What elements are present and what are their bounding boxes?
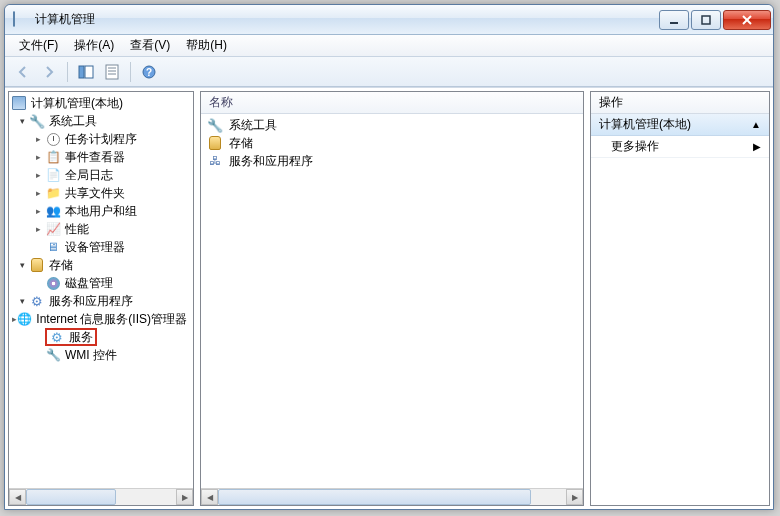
svg-rect-4 <box>79 66 84 78</box>
tree-wmi[interactable]: 🔧 WMI 控件 <box>9 346 193 364</box>
toolbar-separator <box>130 62 131 82</box>
tree-users[interactable]: 👥 本地用户和组 <box>9 202 193 220</box>
clock-icon <box>45 131 61 147</box>
list-pane: 名称 🔧 系统工具 存储 🖧 服务和应用程序 ◀ ▶ <box>200 91 584 506</box>
submenu-arrow-icon: ▶ <box>753 141 761 152</box>
nav-forward-button[interactable] <box>37 60 61 84</box>
tree-services-apps-label: 服务和应用程序 <box>49 293 133 310</box>
tree-wmi-label: WMI 控件 <box>65 347 117 364</box>
list-item-label: 系统工具 <box>229 117 277 134</box>
app-icon <box>13 12 29 28</box>
toolbar-separator <box>67 62 68 82</box>
wmi-icon: 🔧 <box>45 347 61 363</box>
tree-storage[interactable]: 存储 <box>9 256 193 274</box>
window-title: 计算机管理 <box>35 11 657 28</box>
actions-more-label: 更多操作 <box>611 138 659 155</box>
tree-shared-label: 共享文件夹 <box>65 185 125 202</box>
svg-rect-5 <box>85 66 93 78</box>
actions-section[interactable]: 计算机管理(本地) ▲ <box>591 114 769 136</box>
tree-storage-label: 存储 <box>49 257 73 274</box>
list-hscrollbar[interactable]: ◀ ▶ <box>201 488 583 505</box>
titlebar[interactable]: 计算机管理 <box>5 5 773 35</box>
event-icon: 📋 <box>45 149 61 165</box>
highlight-box: ⚙ 服务 <box>45 328 97 346</box>
list-item[interactable]: 🖧 服务和应用程序 <box>201 152 583 170</box>
tree-services[interactable]: ⚙ 服务 <box>9 328 193 346</box>
actions-section-label: 计算机管理(本地) <box>599 116 691 133</box>
tree-hscrollbar[interactable]: ◀ ▶ <box>9 488 193 505</box>
menu-file[interactable]: 文件(F) <box>11 35 66 56</box>
storage-icon <box>29 257 45 273</box>
scroll-right-arrow[interactable]: ▶ <box>566 489 583 505</box>
column-name-label: 名称 <box>209 94 233 111</box>
tree-pane: 计算机管理(本地) 🔧 系统工具 任务计划程序 📋 事件查看器 <box>8 91 194 506</box>
tree-scheduler-label: 任务计划程序 <box>65 131 137 148</box>
actions-pane-header: 操作 <box>591 92 769 114</box>
tree-systools[interactable]: 🔧 系统工具 <box>9 112 193 130</box>
menubar: 文件(F) 操作(A) 查看(V) 帮助(H) <box>5 35 773 57</box>
actions-header-label: 操作 <box>599 94 623 111</box>
show-hide-tree-button[interactable] <box>74 60 98 84</box>
client-area: 计算机管理(本地) 🔧 系统工具 任务计划程序 📋 事件查看器 <box>5 87 773 509</box>
users-icon: 👥 <box>45 203 61 219</box>
tree-perf[interactable]: 📈 性能 <box>9 220 193 238</box>
wrench-icon: 🔧 <box>207 117 223 133</box>
tree-logs-label: 全局日志 <box>65 167 113 184</box>
svg-rect-6 <box>106 65 118 79</box>
iis-icon: 🌐 <box>17 311 32 327</box>
maximize-button[interactable] <box>691 10 721 30</box>
list-item[interactable]: 🔧 系统工具 <box>201 116 583 134</box>
tree-shared[interactable]: 📁 共享文件夹 <box>9 184 193 202</box>
tree-diskmgmt[interactable]: 磁盘管理 <box>9 274 193 292</box>
tree-scheduler[interactable]: 任务计划程序 <box>9 130 193 148</box>
list-item-label: 存储 <box>229 135 253 152</box>
tree-diskmgmt-label: 磁盘管理 <box>65 275 113 292</box>
gear-icon: ⚙ <box>29 293 45 309</box>
tree-view[interactable]: 计算机管理(本地) 🔧 系统工具 任务计划程序 📋 事件查看器 <box>9 92 193 488</box>
disk-icon <box>45 275 61 291</box>
scroll-right-arrow[interactable]: ▶ <box>176 489 193 505</box>
menu-view[interactable]: 查看(V) <box>122 35 178 56</box>
toolbar: ? <box>5 57 773 87</box>
tree-logs[interactable]: 📄 全局日志 <box>9 166 193 184</box>
menu-help[interactable]: 帮助(H) <box>178 35 235 56</box>
actions-more[interactable]: 更多操作 ▶ <box>591 136 769 158</box>
log-icon: 📄 <box>45 167 61 183</box>
server-icon: 🖧 <box>207 153 223 169</box>
tree-root[interactable]: 计算机管理(本地) <box>9 94 193 112</box>
share-icon: 📁 <box>45 185 61 201</box>
tree-event-label: 事件查看器 <box>65 149 125 166</box>
properties-button[interactable] <box>100 60 124 84</box>
chart-icon: 📈 <box>45 221 61 237</box>
computer-icon <box>11 95 27 111</box>
service-icon: ⚙ <box>49 329 65 345</box>
help-button[interactable]: ? <box>137 60 161 84</box>
tree-users-label: 本地用户和组 <box>65 203 137 220</box>
actions-pane: 操作 计算机管理(本地) ▲ 更多操作 ▶ <box>590 91 770 506</box>
tree-iis-label: Internet 信息服务(IIS)管理器 <box>36 311 187 328</box>
minimize-button[interactable] <box>659 10 689 30</box>
tree-event[interactable]: 📋 事件查看器 <box>9 148 193 166</box>
tree-device[interactable]: 🖥 设备管理器 <box>9 238 193 256</box>
svg-text:?: ? <box>146 67 152 78</box>
collapse-arrow-icon: ▲ <box>751 119 761 130</box>
storage-icon <box>207 135 223 151</box>
tree-services-apps[interactable]: ⚙ 服务和应用程序 <box>9 292 193 310</box>
list-item-label: 服务和应用程序 <box>229 153 313 170</box>
scroll-left-arrow[interactable]: ◀ <box>9 489 26 505</box>
tree-perf-label: 性能 <box>65 221 89 238</box>
list-item[interactable]: 存储 <box>201 134 583 152</box>
tree-systools-label: 系统工具 <box>49 113 97 130</box>
list-body[interactable]: 🔧 系统工具 存储 🖧 服务和应用程序 <box>201 114 583 488</box>
tree-root-label: 计算机管理(本地) <box>31 95 123 112</box>
wrench-icon: 🔧 <box>29 113 45 129</box>
tree-iis[interactable]: 🌐 Internet 信息服务(IIS)管理器 <box>9 310 193 328</box>
list-column-header[interactable]: 名称 <box>201 92 583 114</box>
close-button[interactable] <box>723 10 771 30</box>
device-icon: 🖥 <box>45 239 61 255</box>
tree-services-label: 服务 <box>69 329 93 346</box>
window-frame: 计算机管理 文件(F) 操作(A) 查看(V) 帮助(H) <box>4 4 774 510</box>
nav-back-button[interactable] <box>11 60 35 84</box>
menu-action[interactable]: 操作(A) <box>66 35 122 56</box>
scroll-left-arrow[interactable]: ◀ <box>201 489 218 505</box>
